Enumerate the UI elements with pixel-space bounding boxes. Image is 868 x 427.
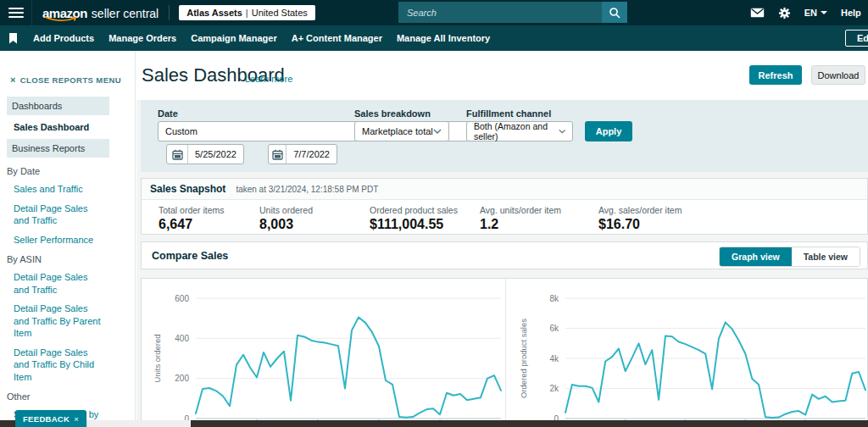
- edit-button[interactable]: Edit: [845, 30, 868, 47]
- language-selector[interactable]: EN: [804, 8, 827, 18]
- fulfillment-channel-label: Fulfillment channel: [466, 108, 551, 119]
- view-toggle: Graph view Table view: [719, 247, 860, 267]
- end-date-input[interactable]: 7/7/2022: [268, 144, 337, 164]
- close-icon: ×: [10, 75, 16, 85]
- nav-link-manage-orders[interactable]: Manage Orders: [108, 33, 176, 43]
- amazon-smile-icon: [44, 16, 78, 23]
- learn-more-link[interactable]: Learn more: [245, 74, 292, 84]
- metric-units-ordered: Units ordered 8,003: [259, 205, 313, 232]
- sidebar-group-by-asin: By ASIN: [7, 254, 109, 264]
- sidebar-item-detail-page-sales-and-traffic[interactable]: Detail Page Sales and Traffic: [14, 202, 103, 227]
- svg-text:8k: 8k: [549, 294, 559, 303]
- metric-total-order-items: Total order items 6,647: [159, 205, 225, 232]
- ordered-product-sales-chart: 02k4k6k8kOrdered product sales: [506, 279, 868, 420]
- date-range-value: Custom: [165, 126, 198, 136]
- apply-button[interactable]: Apply: [585, 121, 632, 141]
- language-label: EN: [804, 8, 817, 18]
- fulfillment-channel-value: Both (Amazon and seller): [474, 121, 559, 141]
- start-date-input[interactable]: 5/25/2022: [166, 144, 244, 164]
- amazon-seller-central-logo[interactable]: amazon seller central: [42, 6, 159, 20]
- svg-text:4k: 4k: [549, 354, 559, 363]
- nav-link-manage-all-inventory[interactable]: Manage All Inventory: [397, 33, 490, 43]
- sidebar-section-dashboards: Dashboards: [7, 97, 109, 115]
- close-icon: ×: [74, 414, 79, 424]
- search-input[interactable]: [398, 2, 602, 23]
- account-region: United States: [252, 8, 308, 18]
- svg-text:400: 400: [175, 334, 189, 343]
- search-icon: [609, 7, 620, 19]
- svg-text:Units ordered: Units ordered: [153, 334, 162, 382]
- nav-link-add-products[interactable]: Add Products: [33, 33, 94, 43]
- bookmark-icon[interactable]: [8, 33, 18, 44]
- sidebar-section-business-reports: Business Reports: [7, 139, 109, 158]
- nav-link-campaign-manager[interactable]: Campaign Manager: [191, 33, 276, 43]
- sales-breakdown-label: Sales breakdown: [354, 108, 431, 119]
- help-link[interactable]: Help: [841, 8, 863, 18]
- filters-panel: Date Custom 5/25/2022 7/7/2022 Sales bre…: [141, 100, 868, 172]
- search-bar: [398, 2, 627, 23]
- svg-text:600: 600: [175, 294, 189, 303]
- metric-avg-sales-per-order: Avg. sales/order item $16.70: [598, 205, 682, 232]
- date-filter-label: Date: [158, 108, 178, 119]
- svg-text:0: 0: [554, 414, 559, 421]
- horizontal-scrollbar[interactable]: [0, 420, 868, 427]
- table-view-button[interactable]: Table view: [792, 247, 860, 266]
- close-reports-menu-button[interactable]: ×CLOSE REPORTS MENU: [10, 75, 135, 85]
- account-name: Atlas Assets: [186, 8, 242, 18]
- snapshot-timestamp: taken at 3/21/2024, 12:18:58 PM PDT: [236, 185, 378, 194]
- download-button[interactable]: Download: [811, 65, 865, 85]
- search-button[interactable]: [602, 2, 627, 23]
- end-date-value: 7/7/2022: [287, 149, 337, 159]
- svg-text:Ordered product sales: Ordered product sales: [519, 319, 528, 398]
- units-ordered-chart: 0200400600Units ordered: [142, 279, 506, 420]
- svg-text:0: 0: [184, 414, 189, 421]
- sales-snapshot-header: Sales Snapshot taken at 3/21/2024, 12:18…: [142, 179, 867, 200]
- compare-sales-title: Compare Sales: [152, 250, 228, 262]
- refresh-button[interactable]: Refresh: [749, 65, 802, 85]
- calendar-button[interactable]: [167, 145, 188, 164]
- chevron-down-icon: [821, 11, 827, 14]
- svg-text:6k: 6k: [549, 324, 559, 333]
- reports-sidebar: ×CLOSE REPORTS MENU Dashboards Sales Das…: [0, 51, 136, 427]
- sidebar-group-by-date: By Date: [7, 166, 109, 176]
- compare-sales-header: Compare Sales Graph view Table view: [141, 241, 868, 269]
- envelope-icon: [750, 8, 765, 18]
- close-reports-menu-label: CLOSE REPORTS MENU: [20, 75, 121, 85]
- sales-snapshot-panel: Sales Snapshot taken at 3/21/2024, 12:18…: [141, 178, 868, 235]
- start-date-value: 5/25/2022: [188, 149, 243, 159]
- metric-ordered-product-sales: Ordered product sales $111,004.55: [370, 205, 458, 232]
- top-navigation-bar: amazon seller central Atlas Assets|Unite…: [0, 0, 868, 25]
- menu-icon[interactable]: [8, 8, 24, 18]
- calendar-icon: [272, 149, 283, 160]
- sales-breakdown-value: Marketplace total: [362, 126, 433, 136]
- sidebar-item-seller-performance[interactable]: Seller Performance: [14, 234, 103, 247]
- sidebar-item-sales-dashboard[interactable]: Sales Dashboard: [14, 122, 109, 132]
- sidebar-item-detail-page-sales-parent-item[interactable]: Detail Page Sales and Traffic By Parent …: [14, 302, 103, 340]
- settings-button[interactable]: [778, 7, 791, 19]
- seller-central-text: seller central: [92, 7, 159, 20]
- messages-button[interactable]: [750, 8, 765, 18]
- feedback-label: FEEDBACK: [23, 414, 70, 424]
- scrollbar-thumb[interactable]: [191, 420, 868, 427]
- fulfillment-channel-select[interactable]: Both (Amazon and seller): [466, 121, 573, 141]
- sidebar-item-detail-page-sales-child-item[interactable]: Detail Page Sales and Traffic By Child I…: [14, 347, 103, 384]
- sidebar-item-detail-page-sales-and-traffic-asin[interactable]: Detail Page Sales and Traffic: [14, 271, 103, 296]
- sidebar-item-sales-and-traffic[interactable]: Sales and Traffic: [14, 183, 103, 196]
- calendar-button[interactable]: [269, 145, 287, 164]
- gear-icon: [778, 7, 791, 19]
- graph-view-button[interactable]: Graph view: [720, 247, 792, 266]
- account-switcher[interactable]: Atlas Assets|United States: [179, 5, 315, 20]
- nav-link-a-plus-content-manager[interactable]: A+ Content Manager: [292, 33, 382, 43]
- svg-text:200: 200: [175, 374, 189, 383]
- sidebar-group-other: Other: [7, 391, 109, 402]
- divider: [169, 5, 170, 20]
- sales-breakdown-select[interactable]: Marketplace total: [354, 121, 449, 141]
- svg-text:2k: 2k: [549, 384, 559, 393]
- secondary-navigation-bar: Add Products Manage Orders Campaign Mana…: [0, 25, 868, 51]
- divider: [31, 0, 32, 25]
- feedback-button[interactable]: FEEDBACK×: [15, 410, 86, 427]
- date-range-select[interactable]: Custom: [158, 121, 507, 141]
- sales-snapshot-title: Sales Snapshot: [150, 183, 225, 195]
- metric-avg-units-per-order: Avg. units/order item 1.2: [480, 205, 561, 232]
- account-divider: |: [246, 8, 248, 18]
